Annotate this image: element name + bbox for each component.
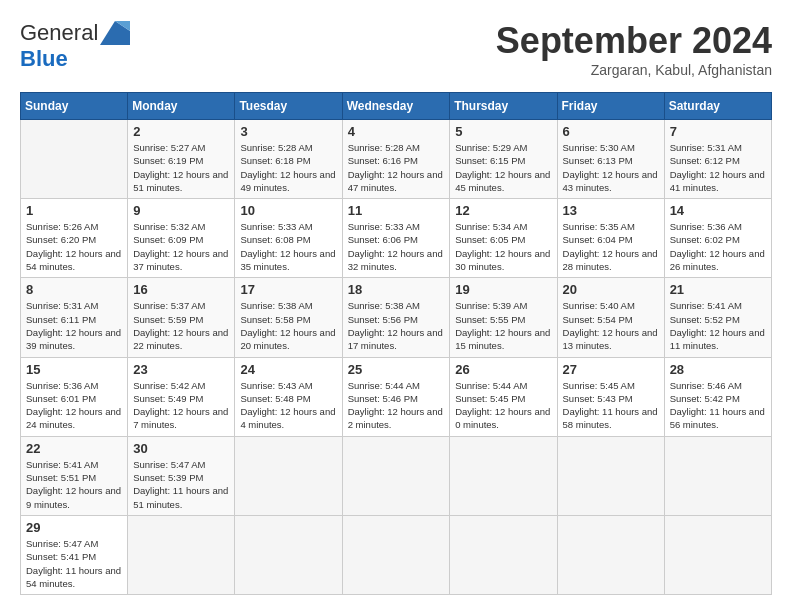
- calendar-row: 8Sunrise: 5:31 AMSunset: 6:11 PMDaylight…: [21, 278, 772, 357]
- table-row: 21Sunrise: 5:41 AMSunset: 5:52 PMDayligh…: [664, 278, 771, 357]
- day-number: 25: [348, 362, 445, 377]
- day-number: 17: [240, 282, 336, 297]
- table-row: 29Sunrise: 5:47 AMSunset: 5:41 PMDayligh…: [21, 515, 128, 594]
- day-detail: Sunrise: 5:30 AMSunset: 6:13 PMDaylight:…: [563, 141, 659, 194]
- col-monday: Monday: [128, 93, 235, 120]
- day-number: 18: [348, 282, 445, 297]
- day-detail: Sunrise: 5:38 AMSunset: 5:58 PMDaylight:…: [240, 299, 336, 352]
- day-detail: Sunrise: 5:35 AMSunset: 6:04 PMDaylight:…: [563, 220, 659, 273]
- col-tuesday: Tuesday: [235, 93, 342, 120]
- day-number: 16: [133, 282, 229, 297]
- day-detail: Sunrise: 5:36 AMSunset: 6:02 PMDaylight:…: [670, 220, 766, 273]
- table-row: [235, 436, 342, 515]
- table-row: 26Sunrise: 5:44 AMSunset: 5:45 PMDayligh…: [450, 357, 557, 436]
- table-row: [342, 515, 450, 594]
- table-row: 14Sunrise: 5:36 AMSunset: 6:02 PMDayligh…: [664, 199, 771, 278]
- day-number: 20: [563, 282, 659, 297]
- day-number: 22: [26, 441, 122, 456]
- day-number: 21: [670, 282, 766, 297]
- day-number: 8: [26, 282, 122, 297]
- calendar-row: 15Sunrise: 5:36 AMSunset: 6:01 PMDayligh…: [21, 357, 772, 436]
- day-detail: Sunrise: 5:27 AMSunset: 6:19 PMDaylight:…: [133, 141, 229, 194]
- month-year-title: September 2024: [496, 20, 772, 62]
- table-row: 7Sunrise: 5:31 AMSunset: 6:12 PMDaylight…: [664, 120, 771, 199]
- logo-general-text: General: [20, 20, 98, 46]
- day-number: 30: [133, 441, 229, 456]
- col-thursday: Thursday: [450, 93, 557, 120]
- table-row: 23Sunrise: 5:42 AMSunset: 5:49 PMDayligh…: [128, 357, 235, 436]
- col-wednesday: Wednesday: [342, 93, 450, 120]
- day-detail: Sunrise: 5:39 AMSunset: 5:55 PMDaylight:…: [455, 299, 551, 352]
- day-number: 6: [563, 124, 659, 139]
- col-friday: Friday: [557, 93, 664, 120]
- table-row: 20Sunrise: 5:40 AMSunset: 5:54 PMDayligh…: [557, 278, 664, 357]
- day-number: 23: [133, 362, 229, 377]
- day-number: 12: [455, 203, 551, 218]
- table-row: 3Sunrise: 5:28 AMSunset: 6:18 PMDaylight…: [235, 120, 342, 199]
- day-detail: Sunrise: 5:31 AMSunset: 6:12 PMDaylight:…: [670, 141, 766, 194]
- day-number: 3: [240, 124, 336, 139]
- table-row: 15Sunrise: 5:36 AMSunset: 6:01 PMDayligh…: [21, 357, 128, 436]
- calendar-row: 2Sunrise: 5:27 AMSunset: 6:19 PMDaylight…: [21, 120, 772, 199]
- table-row: 2Sunrise: 5:27 AMSunset: 6:19 PMDaylight…: [128, 120, 235, 199]
- table-row: 4Sunrise: 5:28 AMSunset: 6:16 PMDaylight…: [342, 120, 450, 199]
- day-detail: Sunrise: 5:38 AMSunset: 5:56 PMDaylight:…: [348, 299, 445, 352]
- day-detail: Sunrise: 5:40 AMSunset: 5:54 PMDaylight:…: [563, 299, 659, 352]
- day-detail: Sunrise: 5:29 AMSunset: 6:15 PMDaylight:…: [455, 141, 551, 194]
- day-number: 11: [348, 203, 445, 218]
- table-row: [450, 515, 557, 594]
- calendar-row: 1Sunrise: 5:26 AMSunset: 6:20 PMDaylight…: [21, 199, 772, 278]
- day-detail: Sunrise: 5:47 AMSunset: 5:41 PMDaylight:…: [26, 537, 122, 590]
- day-detail: Sunrise: 5:42 AMSunset: 5:49 PMDaylight:…: [133, 379, 229, 432]
- day-number: 9: [133, 203, 229, 218]
- logo-blue-text: Blue: [20, 46, 68, 71]
- day-number: 14: [670, 203, 766, 218]
- table-row: [664, 515, 771, 594]
- day-number: 13: [563, 203, 659, 218]
- day-detail: Sunrise: 5:44 AMSunset: 5:46 PMDaylight:…: [348, 379, 445, 432]
- table-row: [664, 436, 771, 515]
- day-number: 1: [26, 203, 122, 218]
- calendar-header-row: Sunday Monday Tuesday Wednesday Thursday…: [21, 93, 772, 120]
- title-block: September 2024 Zargaran, Kabul, Afghanis…: [496, 20, 772, 78]
- table-row: 13Sunrise: 5:35 AMSunset: 6:04 PMDayligh…: [557, 199, 664, 278]
- table-row: 11Sunrise: 5:33 AMSunset: 6:06 PMDayligh…: [342, 199, 450, 278]
- table-row: 28Sunrise: 5:46 AMSunset: 5:42 PMDayligh…: [664, 357, 771, 436]
- table-row: [235, 515, 342, 594]
- day-detail: Sunrise: 5:26 AMSunset: 6:20 PMDaylight:…: [26, 220, 122, 273]
- day-number: 27: [563, 362, 659, 377]
- table-row: 27Sunrise: 5:45 AMSunset: 5:43 PMDayligh…: [557, 357, 664, 436]
- day-number: 2: [133, 124, 229, 139]
- table-row: 25Sunrise: 5:44 AMSunset: 5:46 PMDayligh…: [342, 357, 450, 436]
- day-detail: Sunrise: 5:36 AMSunset: 6:01 PMDaylight:…: [26, 379, 122, 432]
- day-detail: Sunrise: 5:34 AMSunset: 6:05 PMDaylight:…: [455, 220, 551, 273]
- day-detail: Sunrise: 5:32 AMSunset: 6:09 PMDaylight:…: [133, 220, 229, 273]
- table-row: 30Sunrise: 5:47 AMSunset: 5:39 PMDayligh…: [128, 436, 235, 515]
- day-detail: Sunrise: 5:31 AMSunset: 6:11 PMDaylight:…: [26, 299, 122, 352]
- col-sunday: Sunday: [21, 93, 128, 120]
- day-number: 15: [26, 362, 122, 377]
- table-row: 19Sunrise: 5:39 AMSunset: 5:55 PMDayligh…: [450, 278, 557, 357]
- day-number: 5: [455, 124, 551, 139]
- day-detail: Sunrise: 5:44 AMSunset: 5:45 PMDaylight:…: [455, 379, 551, 432]
- table-row: 16Sunrise: 5:37 AMSunset: 5:59 PMDayligh…: [128, 278, 235, 357]
- table-row: [557, 436, 664, 515]
- table-row: [450, 436, 557, 515]
- table-row: 6Sunrise: 5:30 AMSunset: 6:13 PMDaylight…: [557, 120, 664, 199]
- day-number: 19: [455, 282, 551, 297]
- table-row: 22Sunrise: 5:41 AMSunset: 5:51 PMDayligh…: [21, 436, 128, 515]
- table-row: 1Sunrise: 5:26 AMSunset: 6:20 PMDaylight…: [21, 199, 128, 278]
- table-row: 9Sunrise: 5:32 AMSunset: 6:09 PMDaylight…: [128, 199, 235, 278]
- table-row: [128, 515, 235, 594]
- logo-icon: [100, 21, 130, 45]
- day-number: 4: [348, 124, 445, 139]
- calendar-row: 29Sunrise: 5:47 AMSunset: 5:41 PMDayligh…: [21, 515, 772, 594]
- table-row: 18Sunrise: 5:38 AMSunset: 5:56 PMDayligh…: [342, 278, 450, 357]
- day-number: 7: [670, 124, 766, 139]
- day-detail: Sunrise: 5:28 AMSunset: 6:18 PMDaylight:…: [240, 141, 336, 194]
- day-detail: Sunrise: 5:46 AMSunset: 5:42 PMDaylight:…: [670, 379, 766, 432]
- col-saturday: Saturday: [664, 93, 771, 120]
- table-row: 24Sunrise: 5:43 AMSunset: 5:48 PMDayligh…: [235, 357, 342, 436]
- day-detail: Sunrise: 5:43 AMSunset: 5:48 PMDaylight:…: [240, 379, 336, 432]
- day-number: 26: [455, 362, 551, 377]
